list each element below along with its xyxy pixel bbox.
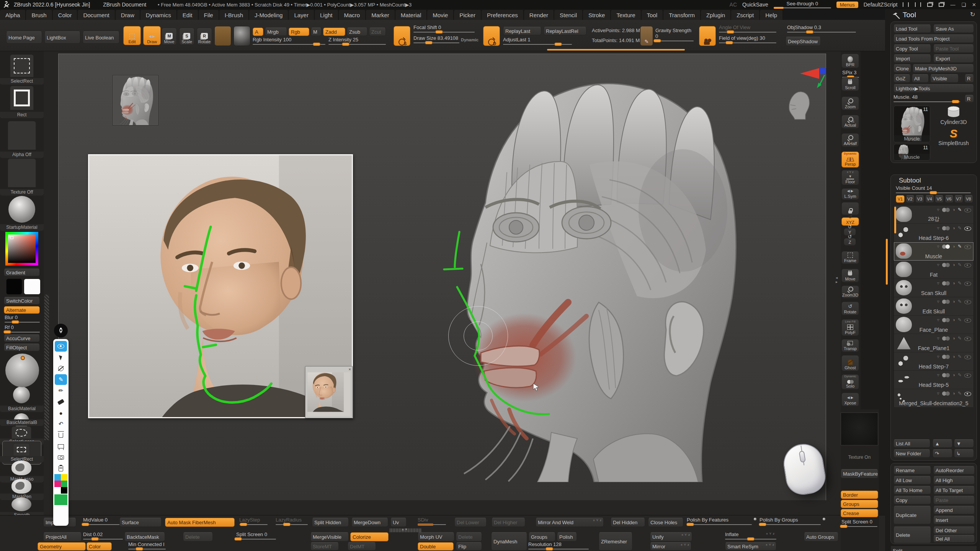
slider-handle[interactable] bbox=[435, 30, 443, 34]
dist-0-02-slider[interactable]: Dist 0.02 bbox=[83, 531, 123, 540]
subtool-row-head-step-6[interactable]: ▿ ◑ ✎ Head Step-6 bbox=[894, 224, 973, 242]
subtool-paintbrush-icon[interactable]: ✎ bbox=[958, 372, 962, 378]
mirror-and-weld-button[interactable]: Mirror And Weld bbox=[536, 518, 604, 527]
subtool-arrow-icon[interactable]: ▿ bbox=[937, 225, 939, 231]
storemt-button[interactable]: StoreMT bbox=[310, 542, 339, 551]
slider-handle[interactable] bbox=[82, 523, 89, 526]
list-all-button[interactable]: List All bbox=[893, 439, 930, 448]
subtool-eye-icon[interactable] bbox=[964, 336, 971, 341]
item-button[interactable]: ↳ bbox=[954, 449, 974, 458]
zadd-button[interactable]: Zadd bbox=[323, 28, 345, 36]
lightbox-tools-button[interactable]: Lightbox▶Tools bbox=[893, 84, 974, 93]
subtool-spheres-icon[interactable] bbox=[942, 262, 950, 267]
new-folder-button[interactable]: New Folder bbox=[893, 449, 930, 458]
eraser-icon[interactable] bbox=[55, 396, 67, 407]
subtool-arrow-icon[interactable]: ▿ bbox=[937, 354, 939, 359]
floor-button[interactable]: x Y z▼Floor bbox=[841, 170, 859, 185]
startupmaterial-thumbnail[interactable] bbox=[8, 196, 35, 223]
trash-icon[interactable] bbox=[55, 430, 67, 440]
divider-right-icon[interactable] bbox=[915, 2, 921, 7]
subtool-paintbrush-icon[interactable]: ✎ bbox=[958, 354, 962, 359]
load-tools-from-project-button[interactable]: Load Tools From Project bbox=[893, 34, 974, 43]
subtool-row-merged-skull-decimation2-5[interactable]: ▿ ◑ ✎ Merged_Skull-decimation2_5 bbox=[894, 389, 973, 408]
subtool-contrast-icon[interactable]: ◑ bbox=[952, 280, 955, 286]
tool-panel-reset-icon[interactable]: ↺ bbox=[970, 11, 975, 18]
polish-by-features-slider[interactable]: Polish By Features bbox=[687, 517, 752, 525]
menus-toggle-button[interactable]: Menus bbox=[836, 2, 858, 8]
mergedown-button[interactable]: MergeDown bbox=[351, 518, 388, 527]
delmt-button[interactable]: DelMT bbox=[348, 542, 376, 551]
copy-button[interactable]: Copy bbox=[893, 496, 931, 504]
mergevisible-button[interactable]: MergeVisible bbox=[310, 532, 349, 541]
camera-icon[interactable] bbox=[55, 452, 67, 463]
subtool-eye-icon[interactable] bbox=[964, 207, 971, 212]
v-button-7[interactable]: V7 bbox=[954, 195, 963, 203]
stopwatch-icon[interactable] bbox=[55, 363, 67, 374]
transp-button[interactable]: Transp bbox=[841, 339, 859, 352]
subtool-spheres-icon[interactable] bbox=[942, 391, 950, 396]
color-swatch[interactable] bbox=[54, 474, 61, 481]
menu-dynamics[interactable]: Dynamics bbox=[140, 10, 177, 20]
replaylast-button[interactable]: ReplayLast bbox=[503, 27, 541, 35]
subtool-list-scrollbar[interactable] bbox=[894, 207, 896, 233]
current-material-thumbnail[interactable] bbox=[234, 26, 250, 46]
spix-3-slider[interactable]: SPix 3 bbox=[842, 70, 859, 78]
subtool-paintbrush-icon[interactable]: ✎ bbox=[958, 336, 962, 341]
subtool-eye-icon[interactable] bbox=[964, 354, 971, 359]
canvas-area[interactable]: × bbox=[44, 51, 841, 551]
rotate-mode-button[interactable]: RRotate bbox=[197, 28, 212, 45]
slider-handle[interactable] bbox=[554, 42, 562, 46]
subtool-arrow-icon[interactable]: ▿ bbox=[937, 280, 939, 286]
menu-stencil[interactable]: Stencil bbox=[554, 10, 583, 20]
unify-button[interactable]: Unify bbox=[650, 532, 692, 541]
quicksave-button[interactable]: QuickSave bbox=[742, 2, 768, 8]
right-tray-divider[interactable]: ◂▸ bbox=[836, 276, 838, 284]
bpr-button[interactable]: BPR bbox=[841, 54, 859, 68]
subtool-contrast-icon[interactable]: ◑ bbox=[952, 225, 955, 231]
tool-thumbnail-muscle-2[interactable]: 11Muscle bbox=[893, 144, 930, 161]
menu-j-modeling[interactable]: J-Modeling bbox=[249, 10, 289, 20]
paste-button[interactable]: Paste bbox=[933, 496, 975, 504]
resolution-128-slider[interactable]: Resolution 128 bbox=[528, 541, 589, 549]
split-screen-0-slider[interactable]: Split Screen 0 bbox=[236, 531, 276, 540]
menu-color[interactable]: Color bbox=[53, 10, 78, 20]
subtool-paintbrush-icon[interactable]: ✎ bbox=[958, 207, 962, 212]
subtool-eye-icon[interactable] bbox=[964, 318, 971, 323]
all-low-button[interactable]: All Low bbox=[893, 476, 931, 484]
menu-edit[interactable]: Edit bbox=[177, 10, 199, 20]
subtool-contrast-icon[interactable]: ◑ bbox=[952, 317, 955, 323]
mirror-button[interactable]: Mirror bbox=[650, 542, 691, 551]
muscle-48-slider[interactable]: Muscle. 48 bbox=[893, 94, 960, 102]
subtool-spheres-icon[interactable] bbox=[942, 373, 950, 378]
scale-mode-button[interactable]: SScale bbox=[179, 28, 194, 45]
zremesher-button[interactable]: ZRemesher bbox=[599, 532, 632, 551]
menu-macro[interactable]: Macro bbox=[339, 10, 366, 20]
clipboard-icon[interactable] bbox=[55, 463, 67, 474]
smooth-thumbnail[interactable] bbox=[11, 497, 31, 511]
zoom-button[interactable]: Zoom bbox=[841, 96, 859, 110]
menu-marker[interactable]: Marker bbox=[366, 10, 395, 20]
slider-handle[interactable] bbox=[806, 30, 813, 34]
replaylastrel-button[interactable]: ReplayLastRel bbox=[544, 27, 586, 35]
eye-icon[interactable] bbox=[55, 341, 67, 352]
sdiv-slider[interactable]: SDiv bbox=[418, 517, 446, 525]
geometry-button[interactable]: Geometry bbox=[38, 542, 86, 551]
subtool-arrow-icon[interactable]: ▿ bbox=[937, 262, 939, 267]
subtool-contrast-icon[interactable]: ◑ bbox=[952, 299, 955, 304]
active-color-swatch[interactable] bbox=[54, 494, 67, 505]
cursor-icon[interactable] bbox=[55, 352, 67, 363]
subtool-spheres-icon[interactable] bbox=[942, 244, 950, 249]
groups-button[interactable]: Groups bbox=[529, 532, 555, 541]
camera-view-button[interactable] bbox=[699, 26, 716, 46]
subtool-arrow-icon[interactable]: ▿ bbox=[937, 317, 939, 323]
actual-button[interactable]: x1Actual bbox=[841, 115, 859, 129]
subtool-row-fat[interactable]: ▿ ◑ ✎ Fat bbox=[894, 261, 973, 279]
subtool-arrow-icon[interactable]: ▿ bbox=[937, 336, 939, 341]
rename-button[interactable]: Rename bbox=[893, 466, 931, 474]
subtool-spheres-icon[interactable] bbox=[942, 281, 950, 286]
autoreorder-button[interactable]: AutoReorder bbox=[933, 466, 975, 474]
item-button[interactable]: ↷ bbox=[933, 449, 952, 458]
subtool-row-face-plane[interactable]: ▿ ◑ ✎ Face_Plane bbox=[894, 316, 973, 334]
persp-button[interactable]: DynamicPersp bbox=[841, 152, 859, 168]
crease-button[interactable]: Crease bbox=[841, 509, 878, 517]
